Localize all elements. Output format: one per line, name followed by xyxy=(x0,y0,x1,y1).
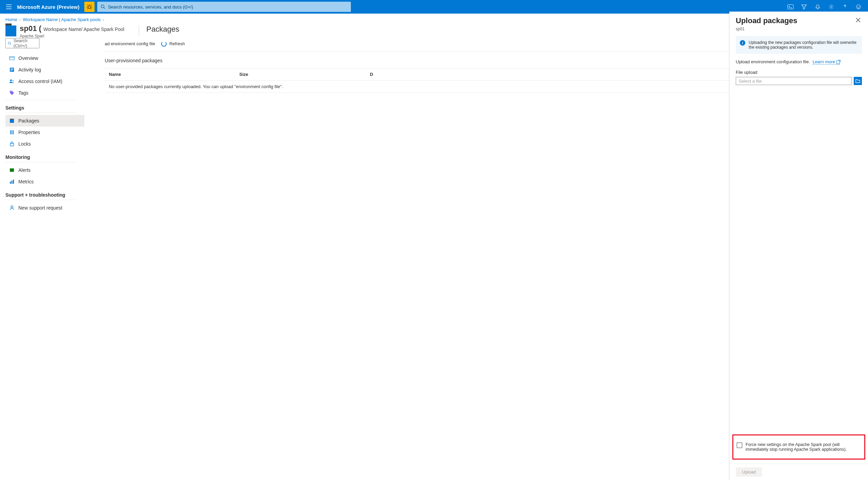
breadcrumb-workspace[interactable]: Workspace Name | Apache Spark pools xyxy=(23,17,101,22)
svg-rect-21 xyxy=(10,144,14,146)
section-title: Packages xyxy=(147,25,180,34)
refresh-button[interactable]: Refresh xyxy=(161,41,185,47)
panel-subtitle: sp01 xyxy=(730,27,868,36)
sidebar: Search (Ctrl+/) Overview Activity log Ac… xyxy=(0,38,84,480)
force-settings-highlight: Force new settings on the Apache Spark p… xyxy=(732,434,865,460)
sidebar-item-label: Properties xyxy=(18,130,40,135)
sidebar-item-packages[interactable]: Packages xyxy=(5,115,84,127)
panel-title: Upload packages xyxy=(736,16,797,25)
svg-rect-12 xyxy=(11,70,12,71)
sidebar-item-tags[interactable]: Tags xyxy=(5,87,84,99)
svg-point-14 xyxy=(12,80,14,81)
header-divider xyxy=(139,26,139,36)
sidebar-item-label: Metrics xyxy=(18,179,34,184)
brand-label[interactable]: Microsoft Azure (Preview) xyxy=(15,4,84,10)
force-settings-label: Force new settings on the Apache Spark p… xyxy=(746,442,861,452)
refresh-label: Refresh xyxy=(169,41,185,46)
svg-rect-2 xyxy=(788,5,794,9)
resource-type: Apache Sparl xyxy=(20,34,124,38)
col-name[interactable]: Name xyxy=(109,72,239,77)
tags-icon xyxy=(9,90,15,96)
svg-rect-19 xyxy=(12,130,12,134)
properties-icon xyxy=(9,129,15,135)
info-icon: i xyxy=(740,40,745,46)
svg-rect-25 xyxy=(13,180,14,184)
alerts-icon xyxy=(9,167,15,173)
resource-name: sp01 ( xyxy=(20,24,41,33)
folder-icon xyxy=(855,79,860,83)
svg-point-5 xyxy=(857,6,858,6)
sidebar-search[interactable]: Search (Ctrl+/) xyxy=(5,38,39,48)
sidebar-group-settings: Settings xyxy=(5,105,75,113)
empty-message: No user-provided packages currently uplo… xyxy=(109,84,283,89)
sidebar-item-alerts[interactable]: Alerts xyxy=(5,164,84,176)
sidebar-group-monitoring: Monitoring xyxy=(5,154,75,162)
panel-description: Upload environment configuration file. L… xyxy=(736,59,862,64)
sidebar-item-new-support-request[interactable]: New support request xyxy=(5,202,84,214)
sidebar-item-label: Packages xyxy=(18,118,39,123)
svg-rect-17 xyxy=(10,119,14,120)
sidebar-item-label: New support request xyxy=(18,205,62,211)
sidebar-item-label: Activity log xyxy=(18,67,41,72)
upload-button[interactable]: Upload xyxy=(736,467,762,477)
support-icon xyxy=(9,205,15,211)
sidebar-item-activity-log[interactable]: Activity log xyxy=(5,64,84,76)
search-icon xyxy=(8,41,12,46)
svg-point-0 xyxy=(88,6,91,9)
access-control-icon xyxy=(9,78,15,84)
sidebar-item-label: Overview xyxy=(18,55,38,61)
global-search-input[interactable] xyxy=(108,4,347,10)
browse-file-button[interactable] xyxy=(854,77,862,85)
sidebar-item-label: Alerts xyxy=(18,167,31,173)
activity-log-icon xyxy=(9,67,15,73)
sidebar-item-label: Locks xyxy=(18,141,31,147)
sidebar-group-support: Support + troubleshooting xyxy=(5,192,75,200)
sidebar-item-label: Access control (IAM) xyxy=(18,79,62,84)
svg-rect-23 xyxy=(10,182,11,184)
svg-point-4 xyxy=(856,5,861,9)
svg-point-15 xyxy=(11,92,11,92)
sidebar-item-metrics[interactable]: Metrics xyxy=(5,176,84,187)
svg-point-3 xyxy=(831,6,832,7)
sidebar-item-overview[interactable]: Overview xyxy=(5,52,84,64)
external-link-icon xyxy=(836,61,840,64)
sidebar-item-access-control[interactable]: Access control (IAM) xyxy=(5,76,84,87)
svg-point-1 xyxy=(101,5,104,8)
file-input[interactable]: Select a file xyxy=(736,77,852,85)
svg-point-26 xyxy=(11,206,13,208)
chevron-right-icon: › xyxy=(103,17,104,22)
hamburger-menu[interactable] xyxy=(3,4,15,9)
search-icon xyxy=(101,4,105,9)
locks-icon xyxy=(9,141,15,147)
sidebar-search-placeholder: Search (Ctrl+/) xyxy=(14,38,37,48)
sidebar-item-locks[interactable]: Locks xyxy=(5,138,84,150)
chevron-right-icon: › xyxy=(19,17,21,22)
resource-icon xyxy=(5,26,16,36)
svg-rect-18 xyxy=(10,130,11,134)
sidebar-item-label: Tags xyxy=(18,90,29,96)
svg-rect-20 xyxy=(13,130,14,134)
info-message: i Uploading the new packages configurati… xyxy=(736,36,862,54)
learn-more-link[interactable]: Learn more xyxy=(813,59,840,65)
upload-packages-panel: Upload packages sp01 i Uploading the new… xyxy=(729,12,868,480)
svg-rect-16 xyxy=(10,119,14,123)
file-upload-label: File upload xyxy=(736,70,862,75)
panel-footer: Upload xyxy=(730,464,868,480)
sidebar-item-properties[interactable]: Properties xyxy=(5,127,84,138)
col-size[interactable]: Size xyxy=(239,72,370,77)
svg-rect-8 xyxy=(10,56,14,60)
svg-point-7 xyxy=(8,42,11,44)
resource-title: sp01 ( Workspace Name/ Apache Spark Pool xyxy=(20,24,124,33)
info-text: Uploading the new packages configuration… xyxy=(749,40,858,50)
file-placeholder: Select a file xyxy=(739,79,762,84)
breadcrumb-home[interactable]: Home xyxy=(5,17,17,22)
svg-point-6 xyxy=(859,6,860,6)
close-icon xyxy=(856,18,861,22)
svg-rect-24 xyxy=(12,181,13,184)
preview-bug-button[interactable] xyxy=(84,2,95,12)
close-panel-button[interactable] xyxy=(854,16,862,25)
packages-icon xyxy=(9,118,15,124)
force-settings-checkbox[interactable] xyxy=(737,443,742,448)
svg-point-13 xyxy=(10,80,12,81)
global-search[interactable] xyxy=(97,2,351,12)
